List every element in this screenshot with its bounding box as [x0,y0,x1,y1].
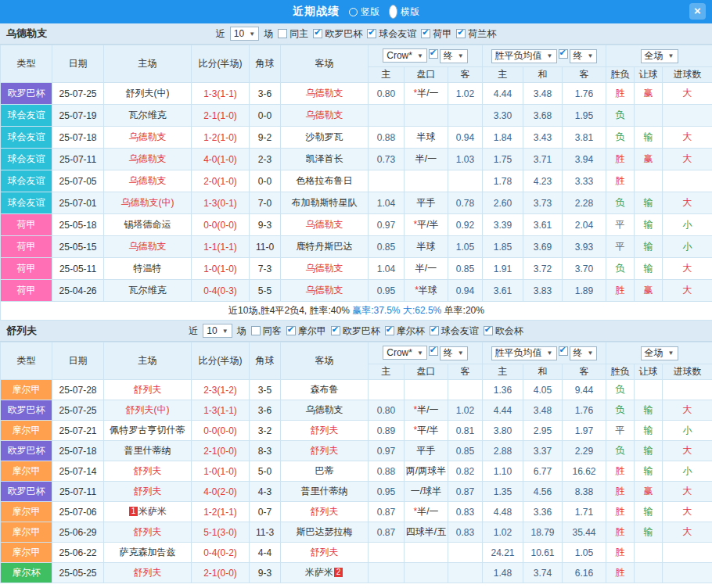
match-date: 25-07-21 [52,421,104,441]
odds-away: 0.94 [448,280,483,302]
away-team: 斯巴达瑟拉梅 [281,522,369,543]
sub-column-header: 进球数 [663,364,712,380]
scope-select[interactable]: 全场▼ [641,346,678,360]
match-date: 25-07-28 [52,380,104,400]
avg-odds: 3.61 [483,280,523,302]
venue-filter-option[interactable]: 同主 [278,27,308,41]
odds-final-checkbox[interactable] [429,346,438,356]
match-score: 4-0(1-0) [192,149,250,170]
close-icon[interactable]: × [689,3,706,20]
table-row: 荷甲25-04-26瓦尔维克0-4(0-3)5-5乌德勒支0.95*半球0.94… [1,280,712,302]
match-score: 1-2(1-1) [192,502,250,522]
avg-final-select[interactable]: 终▼ [570,49,598,63]
league-filter-checkbox[interactable] [456,29,466,38]
away-team: 色格拉布鲁日 [281,170,369,192]
layout-option-horizontal[interactable]: 横版 [389,5,419,19]
league-filter-checkbox[interactable] [421,29,430,38]
league-filter-option[interactable]: 摩尔杯 [385,324,425,338]
chevron-down-icon: ▼ [417,52,423,59]
away-team: 乌德勒支 [281,105,369,127]
result-outcome: 胜 [606,502,635,522]
avg-final-option[interactable] [559,49,568,59]
odds-source-select[interactable]: Crow*▼ [383,48,427,63]
avg-odds: 3.37 [523,441,563,461]
odds-final-checkbox[interactable] [429,49,438,59]
filter-prefix-label: 近 [189,324,198,338]
league-filter-checkbox[interactable] [385,326,394,335]
league-filter-option[interactable]: 球会友谊 [430,324,479,338]
odds-source-select-value: Crow* [387,347,412,358]
avg-final-option[interactable] [559,346,568,356]
league-filter-option[interactable]: 荷兰杯 [456,27,496,41]
avg-final-checkbox[interactable] [559,346,568,356]
corner-count: 0-7 [250,502,281,522]
league-filter-checkbox[interactable] [367,29,376,38]
odds-final-select[interactable]: 终▼ [440,346,468,360]
avg-odds: 1.10 [483,461,523,482]
odds-final-select[interactable]: 终▼ [440,49,468,63]
league-filter-option[interactable]: 欧罗巴杯 [331,324,380,338]
match-date: 25-05-15 [52,236,104,258]
away-team: 米萨米2 [281,563,369,583]
result-outcome: 负 [606,105,635,127]
league-filter-option[interactable]: 摩尔甲 [286,324,326,338]
match-filter: 近10▼场同客摩尔甲欧罗巴杯摩尔杯球会友谊欧会杯 [189,324,523,338]
result-goals: 大 [663,192,712,214]
scope-select[interactable]: 全场▼ [641,49,678,63]
sub-column-header: 和 [523,67,563,83]
result-outcome: 胜 [606,563,635,583]
away-team: 乌德勒支 [281,258,369,280]
home-team-name: 米萨米 [138,506,167,517]
venue-filter-option[interactable]: 同客 [251,324,282,338]
table-row: 摩尔甲25-06-22萨克森加告兹0-4(0-2)4-4舒列夫24.2110.6… [1,543,712,563]
match-date: 25-04-26 [52,280,104,302]
league-filter-checkbox[interactable] [313,29,322,38]
league-filter-checkbox[interactable] [331,326,340,335]
league-filter-checkbox[interactable] [286,326,296,335]
home-team: 萨克森加告兹 [104,543,192,563]
avg-odds: 3.48 [523,400,563,421]
scope-group-header: 全场▼ [606,342,712,364]
odds-source-select[interactable]: Crow*▼ [383,346,427,360]
away-team: 巴蒂 [281,461,369,482]
handicap-line: 四球半/五 [405,522,448,543]
league-filter-option[interactable]: 荷甲 [421,27,451,41]
away-team: 凯泽首长 [281,149,369,170]
avg-final-checkbox[interactable] [559,49,568,59]
odds-final-option[interactable] [429,49,438,59]
match-date: 25-05-25 [52,563,104,583]
odds-home [369,543,405,563]
avg-odds: 4.05 [523,380,563,400]
avg-odds: 3.48 [523,83,563,105]
result-outcome: 胜 [606,482,635,502]
recent-count-select[interactable]: 10▼ [230,27,259,41]
home-team: 乌德勒支 [104,127,192,149]
team-section: 乌德勒支近10▼场同主欧罗巴杯球会友谊荷甲荷兰杯类型日期主场比分(半场)角球客场… [0,23,712,321]
league-filter-checkbox[interactable] [484,326,493,335]
odds-final-option[interactable] [429,346,438,356]
layout-option-label: 横版 [401,5,419,19]
league-type-badge: 球会友谊 [1,192,52,214]
layout-option-vertical[interactable]: 竖版 [349,5,379,19]
league-filter-option[interactable]: 欧会杯 [484,324,523,338]
result-handicap: 输 [635,236,663,258]
league-filter-option[interactable]: 球会友谊 [367,27,416,41]
avg-odds: 4.56 [523,482,563,502]
league-type-badge: 欧罗巴杯 [1,83,52,105]
table-header: 类型日期主场比分(半场)角球客场Crow*▼终▼胜平负均值▼终▼全场▼主盘口客主… [1,342,712,380]
corner-count: 3-2 [250,421,281,441]
avg-select[interactable]: 胜平负均值▼ [491,346,557,360]
avg-select[interactable]: 胜平负均值▼ [491,49,557,63]
chevron-down-icon: ▼ [668,52,674,59]
venue-filter-checkbox[interactable] [251,326,261,335]
chevron-down-icon: ▼ [588,350,594,357]
venue-filter-checkbox[interactable] [278,29,287,38]
league-filter-option[interactable]: 欧罗巴杯 [313,27,362,41]
recent-count-select[interactable]: 10▼ [203,324,232,338]
avg-final-select[interactable]: 终▼ [570,346,598,360]
table-row: 摩尔甲25-07-061米萨米1-2(1-1)0-7舒列夫0.87*半/一0.8… [1,502,712,522]
home-team: 乌德勒支 [104,236,192,258]
table-row: 球会友谊25-07-19瓦尔维克2-1(1-0)0-0乌德勒支3.303.681… [1,105,712,127]
handicap-line [405,543,448,563]
league-filter-checkbox[interactable] [430,326,439,335]
